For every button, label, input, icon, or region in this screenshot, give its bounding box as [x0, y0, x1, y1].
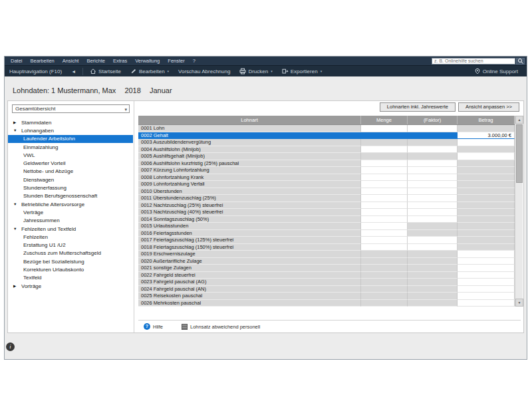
sidebar-item-zuschuss-zum-mutterschaftsgeld[interactable]: Zuschuss zum Mutterschaftsgeld	[8, 249, 133, 257]
sidebar-item-erstattung-u1-u2[interactable]: Erstattung U1 /U2	[8, 241, 133, 249]
sidebar-item-vertr-ge[interactable]: Verträge	[8, 208, 133, 216]
scroll-down-button[interactable]: ▼	[515, 299, 523, 307]
cell-menge[interactable]	[361, 146, 408, 154]
cell-faktor[interactable]	[408, 160, 458, 168]
cell-menge[interactable]	[361, 209, 408, 216]
menu-ansicht[interactable]: Ansicht	[59, 57, 83, 65]
expander-icon[interactable]: ▼	[13, 225, 17, 233]
toolbar-drucken-button[interactable]: Drucken▾	[235, 66, 277, 76]
cell-menge[interactable]	[361, 244, 408, 251]
table-row[interactable]: 0015 Urlaubsstunden	[138, 223, 515, 230]
table-row[interactable]: 0024 Fahrgeld pauschal (AN)	[138, 286, 515, 293]
cell-faktor[interactable]	[408, 146, 458, 154]
cell-menge[interactable]	[361, 188, 408, 196]
table-row[interactable]: 0019 Erschwerniszulage	[138, 251, 515, 258]
cell-menge[interactable]	[361, 202, 408, 209]
cell-faktor[interactable]	[408, 167, 458, 174]
table-row[interactable]: 0009 Lohnfortzahlung Verfall	[138, 181, 515, 188]
sidebar-item-lohnangaben[interactable]: ▼Lohnangaben	[8, 126, 133, 134]
table-row[interactable]: 0023 Fahrgeld pauschal (AG)	[138, 279, 515, 286]
cell-faktor[interactable]	[408, 188, 458, 196]
sidebar-item-einmalzahlung[interactable]: Einmalzahlung	[8, 143, 133, 151]
sidebar-item-vortr-ge[interactable]: ▶Vorträge	[8, 282, 133, 290]
table-row[interactable]: 0018 Feiertagszuschlag (150%) steuerfrei	[138, 244, 515, 251]
cell-menge[interactable]	[361, 174, 408, 182]
table-row[interactable]: 0003 Auszubildendenvergütung	[138, 139, 515, 146]
table-row[interactable]: 0010 Überstunden	[138, 188, 515, 196]
table-row[interactable]: 0004 Aushilfslohn (Minijob)	[138, 146, 515, 154]
cell-betrag[interactable]: 3.000,00 €	[458, 132, 515, 140]
sidebar-item-dienstwagen[interactable]: Dienstwagen	[8, 176, 133, 184]
toolbar-startseite-button[interactable]: Startseite	[85, 66, 126, 76]
cell-menge[interactable]	[361, 167, 408, 174]
table-row[interactable]: 0020 Außertarifliche Zulage	[138, 258, 515, 265]
expander-icon[interactable]: ▶	[13, 282, 16, 290]
cell-menge[interactable]	[361, 125, 408, 132]
table-row[interactable]: 0016 Feiertagsstunden	[138, 230, 515, 237]
info-icon[interactable]: i	[6, 342, 15, 351]
cell-faktor[interactable]	[408, 244, 458, 251]
table-row[interactable]: 0007 Kürzung Lohnfortzahlung	[138, 167, 515, 174]
lohnarten-jahreswerte-button[interactable]: Lohnarten inkl. Jahreswerte	[380, 102, 456, 112]
sidebar-item-nettobe-und-abz-ge[interactable]: Nettobe- und Abzüge	[8, 168, 133, 176]
cell-menge[interactable]	[361, 181, 408, 188]
cell-betrag[interactable]	[458, 286, 515, 293]
table-scrollbar[interactable]: ▲ ▼	[515, 116, 523, 307]
menu-fenster[interactable]: Fenster	[164, 57, 188, 65]
cell-betrag[interactable]	[458, 153, 515, 160]
cell-menge[interactable]	[361, 216, 408, 223]
cell-menge[interactable]	[361, 195, 408, 202]
sidebar-item-textfeld[interactable]: Textfeld	[8, 274, 133, 282]
expander-icon[interactable]: ▶	[13, 118, 16, 126]
table-row[interactable]: 0011 Überstundenzuschlag (25%)	[138, 195, 515, 202]
menu-berichte[interactable]: Berichte	[82, 57, 109, 65]
cell-betrag[interactable]	[458, 279, 515, 286]
sidebar-item-betriebliche-altersvorsorge[interactable]: ▼Betriebliche Altersvorsorge	[8, 200, 133, 208]
sidebar-item-stammdaten[interactable]: ▶Stammdaten	[8, 118, 133, 126]
table-row[interactable]: 0021 sonstige Zulagen	[138, 265, 515, 272]
cell-menge[interactable]	[361, 223, 408, 230]
cell-faktor[interactable]	[408, 125, 458, 132]
cell-faktor[interactable]	[408, 237, 458, 244]
cell-faktor[interactable]	[408, 195, 458, 202]
expander-icon[interactable]: ▼	[13, 126, 17, 134]
sidebar-item-fehlzeiten-und-textfeld[interactable]: ▼Fehlzeiten und Textfeld	[8, 225, 133, 233]
toolbar-vorschau-abrechnung-button[interactable]: Vorschau Abrechnung	[174, 66, 235, 76]
toolbar-exportieren-button[interactable]: Exportieren▾	[277, 66, 327, 76]
table-row[interactable]: 0013 Nachtzuschlag (40%) steuerfrei	[138, 209, 515, 216]
sidebar-item-stundenerfassung[interactable]: Stundenerfassung	[8, 184, 133, 192]
cell-betrag[interactable]	[458, 139, 515, 146]
sidebar-item-bez-ge-bei-sozialleistung[interactable]: Bezüge bei Sozialleistung	[8, 257, 133, 265]
sidebar-item-laufender-arbeitslohn[interactable]: Laufender Arbeitslohn	[8, 135, 133, 143]
sidebar-item-korrekturen-urlaubskonto[interactable]: Korrekturen Urlaubskonto	[8, 265, 133, 273]
sidebar-item-vwl[interactable]: VWL	[8, 151, 133, 159]
table-row[interactable]: 0005 Aushilfsgehalt (Minijob)	[138, 153, 515, 160]
table-row[interactable]: 0012 Nachtzuschlag (25%) steuerfrei	[138, 202, 515, 209]
table-row[interactable]: 0002 Gehalt3.000,00 €	[138, 132, 515, 140]
sidebar-item-geldwerter-vorteil[interactable]: Geldwerter Vorteil	[8, 159, 133, 167]
cell-betrag[interactable]	[458, 251, 515, 258]
table-row[interactable]: 0022 Fahrgeld steuerfrei	[138, 272, 515, 279]
online-support-button[interactable]: Online Support	[469, 66, 523, 76]
menu-item[interactable]: ?	[189, 57, 200, 65]
scrollbar-thumb[interactable]	[516, 124, 523, 183]
cell-menge[interactable]	[361, 237, 408, 244]
cell-betrag[interactable]	[458, 300, 515, 307]
view-select-dropdown[interactable]: Gesamtübersicht ▾	[12, 104, 130, 113]
table-row[interactable]: 0001 Lohn	[138, 125, 515, 132]
cell-faktor[interactable]	[408, 174, 458, 182]
expander-icon[interactable]: ▼	[13, 200, 17, 208]
back-button[interactable]: ◄	[66, 66, 80, 76]
cell-menge[interactable]	[361, 160, 408, 168]
table-row[interactable]: 0026 Mehrkosten pauschal	[138, 300, 515, 307]
search-button[interactable]	[516, 58, 525, 65]
hauptnavigation-button[interactable]: Hauptnavigation (F10)	[5, 66, 66, 76]
cell-faktor[interactable]	[408, 181, 458, 188]
search-input[interactable]	[432, 58, 515, 65]
table-row[interactable]: 0006 Aushilfslohn kurzfristig (25%) paus…	[138, 160, 515, 168]
sidebar-item-stunden-berufsgenossenschaft[interactable]: Stunden Berufsgenossenschaft	[8, 192, 133, 200]
menu-bearbeiten[interactable]: Bearbeiten	[27, 57, 59, 65]
scroll-up-button[interactable]: ▲	[515, 116, 523, 124]
cell-menge[interactable]	[361, 230, 408, 237]
cell-faktor[interactable]	[408, 209, 458, 216]
